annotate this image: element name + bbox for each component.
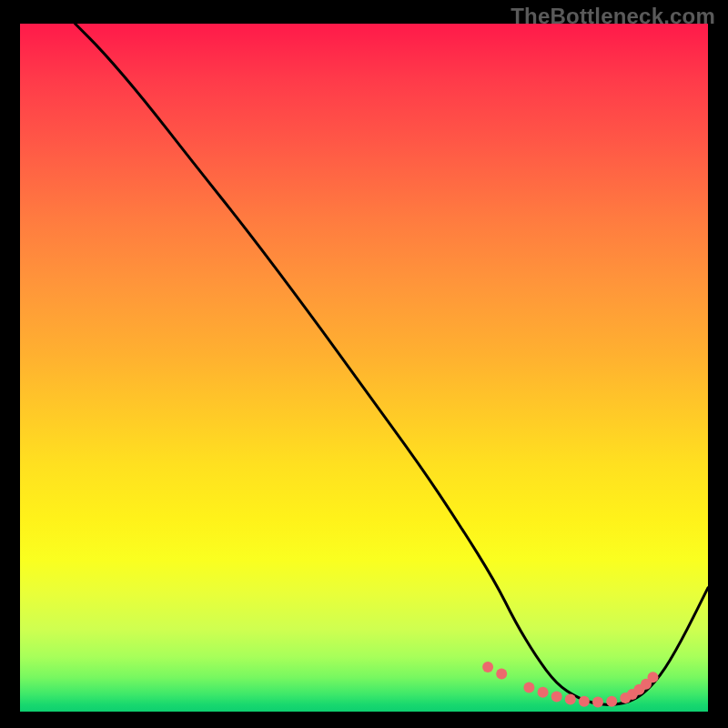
chart-frame: TheBottleneck.com	[0, 0, 728, 728]
highlight-marker	[482, 662, 493, 672]
highlight-marker	[579, 696, 590, 707]
highlight-marker	[592, 696, 603, 707]
highlight-marker	[565, 693, 576, 704]
highlight-marker	[648, 672, 659, 682]
highlight-marker	[538, 687, 549, 698]
highlight-marker	[523, 682, 534, 693]
plot-area	[20, 24, 708, 712]
bottleneck-curve	[76, 24, 709, 704]
highlight-marker	[496, 668, 507, 679]
curve-svg	[20, 24, 708, 712]
highlight-marker	[606, 696, 617, 707]
highlight-marker	[551, 691, 562, 702]
